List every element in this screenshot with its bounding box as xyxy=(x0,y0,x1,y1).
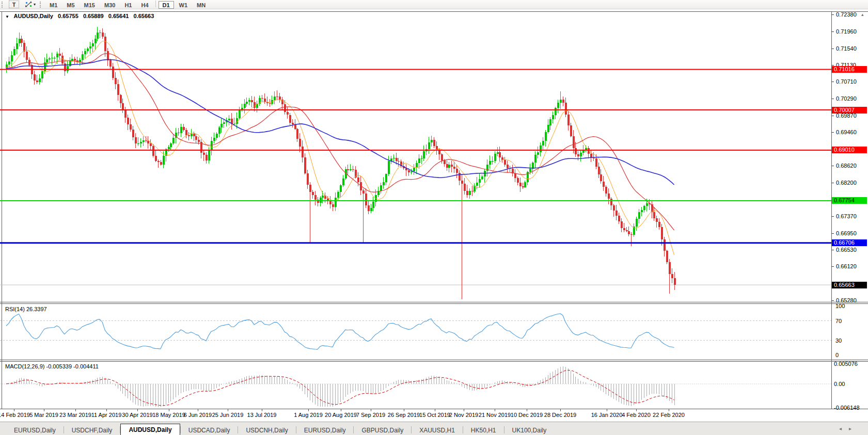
price-level-label: 0.66706 xyxy=(832,239,867,246)
date-tick-mark xyxy=(636,409,637,411)
tab-hk50-h1[interactable]: HK50,H1 xyxy=(463,426,504,435)
date-tick-mark xyxy=(262,409,262,411)
price-level-label: 0.67754 xyxy=(832,197,867,204)
rsi-axis-label: 100 xyxy=(835,303,845,309)
pointer-tool-button[interactable]: ▾ xyxy=(22,1,38,8)
rsi-pane-border-bottom xyxy=(0,360,868,360)
tab-gbpusd-daily[interactable]: GBPUSD,Daily xyxy=(354,426,411,435)
price-tick-mark xyxy=(831,14,834,15)
date-tick-mark xyxy=(404,409,404,411)
price-tick-label: 0.71960 xyxy=(836,28,857,35)
date-label: 11 Apr 2019 xyxy=(91,412,122,418)
chart-symbol-label: AUDUSD,Daily xyxy=(14,13,53,19)
tab-scroll-arrows: ◂▸ xyxy=(839,426,859,431)
date-tick-mark xyxy=(44,409,44,411)
tab-usdchf-daily[interactable]: USDCHF,Daily xyxy=(64,426,120,435)
tab-audusd-daily[interactable]: AUDUSD,Daily xyxy=(120,424,180,435)
pointer-tool-icon xyxy=(25,1,33,8)
chart-title: ▼ AUDUSD,Daily 0.65755 0.65889 0.65641 0… xyxy=(5,13,154,19)
date-tick-mark xyxy=(75,409,76,411)
high-value: 0.65889 xyxy=(83,13,104,19)
macd-axis-label: -0.006148 xyxy=(834,405,860,411)
tab-scroll-right-icon[interactable]: ▸ xyxy=(849,426,859,431)
tab-eurusd-daily[interactable]: EURUSD,Daily xyxy=(6,426,64,435)
price-tick-mark xyxy=(831,300,834,301)
timeframe-button-H4[interactable]: H4 xyxy=(137,1,152,9)
price-tick-label: 0.66120 xyxy=(836,263,857,269)
date-label: 2 Nov 2019 xyxy=(449,412,478,418)
price-level-label: 0.69010 xyxy=(832,147,867,153)
macd-pane[interactable] xyxy=(0,362,831,409)
date-label: 26 Sep 2019 xyxy=(388,412,420,418)
low-value: 0.65641 xyxy=(108,13,129,19)
current-price-label: 0.65663 xyxy=(832,282,867,288)
toolbar-grip[interactable] xyxy=(2,2,4,8)
date-label: 25 Jun 2019 xyxy=(212,412,244,418)
rsi-axis-label: 70 xyxy=(835,318,842,324)
date-tick-mark xyxy=(169,409,169,411)
rsi-axis-label: 0 xyxy=(835,352,839,358)
price-tick-mark xyxy=(831,82,834,82)
date-label: 14 Feb 2019 xyxy=(0,412,30,418)
date-tick-mark xyxy=(14,409,14,411)
date-tick-mark xyxy=(137,409,138,411)
collapse-ohlc-icon[interactable]: ▼ xyxy=(5,14,9,19)
date-tick-mark xyxy=(669,409,669,411)
macd-pane-border-bottom xyxy=(0,409,868,409)
macd-axis-label: 0.00 xyxy=(834,381,845,387)
date-tick-mark xyxy=(341,409,341,411)
date-label: 20 Aug 2019 xyxy=(325,412,357,418)
price-tick-label: 0.67370 xyxy=(836,213,857,219)
rsi-pane[interactable] xyxy=(0,304,831,360)
tab-eurusd-daily[interactable]: EURUSD,Daily xyxy=(296,426,354,435)
price-tick-label: 0.68620 xyxy=(836,163,857,169)
date-tick-mark xyxy=(435,409,435,411)
top-toolbar: T ▾ M1M5M15M30H1H4D1W1MN xyxy=(0,0,868,9)
price-tick-mark xyxy=(831,116,834,116)
date-label: 16 Jan 2020 xyxy=(591,412,623,418)
date-tick-mark xyxy=(308,409,309,411)
date-label: 15 Oct 2019 xyxy=(419,412,450,418)
main-pane-border-bottom xyxy=(0,302,868,302)
date-label: 28 Dec 2019 xyxy=(544,412,576,418)
timeframe-button-D1[interactable]: D1 xyxy=(159,1,174,9)
date-label: 23 Mar 2019 xyxy=(59,412,91,418)
price-level-label: 0.71016 xyxy=(832,66,867,73)
tab-scroll-left-icon[interactable]: ◂ xyxy=(839,426,849,431)
date-tick-mark xyxy=(371,409,371,411)
open-value: 0.65755 xyxy=(58,13,78,19)
price-tick-mark xyxy=(831,31,834,32)
date-tick-mark xyxy=(527,409,527,411)
price-tick-label: 0.66950 xyxy=(836,230,857,236)
date-label: 18 May 2019 xyxy=(152,412,185,418)
timeframe-button-M15[interactable]: M15 xyxy=(80,1,99,9)
date-tick-mark xyxy=(106,409,107,411)
timeframe-button-W1[interactable]: W1 xyxy=(175,1,192,9)
date-label: 13 Jul 2019 xyxy=(247,412,277,418)
text-tool-button[interactable]: T xyxy=(9,1,19,8)
price-level-label: 0.70007 xyxy=(832,107,867,114)
timeframe-button-MN[interactable]: MN xyxy=(193,1,210,9)
tab-xauusd-h1[interactable]: XAUUSD,H1 xyxy=(412,426,463,435)
timeframe-button-H1[interactable]: H1 xyxy=(120,1,136,9)
price-tick-mark xyxy=(831,250,834,250)
timeframe-button-M1[interactable]: M1 xyxy=(45,1,61,9)
timeframe-button-M30[interactable]: M30 xyxy=(100,1,119,9)
timeframe-buttons: M1M5M15M30H1H4D1W1MN xyxy=(45,0,210,9)
toolbar-grip[interactable] xyxy=(40,2,42,8)
main-chart[interactable] xyxy=(0,12,831,302)
price-tick-label: 0.68200 xyxy=(836,180,857,186)
timeframe-button-M5[interactable]: M5 xyxy=(62,1,78,9)
price-tick-label: 0.66530 xyxy=(836,247,857,253)
date-tick-mark xyxy=(464,409,464,411)
date-label: 10 Dec 2019 xyxy=(511,412,543,418)
tab-usdcnh-daily[interactable]: USDCNH,Daily xyxy=(238,426,295,435)
chevron-down-icon[interactable]: ▾ xyxy=(34,2,36,7)
price-tick-label: 0.72380 xyxy=(836,11,857,18)
axis-scroll-icon[interactable]: ▴ xyxy=(861,12,864,17)
price-tick-label: 0.70710 xyxy=(836,78,857,85)
price-tick-mark xyxy=(831,166,834,166)
tab-uk100-daily[interactable]: UK100,Daily xyxy=(504,426,555,435)
tab-usdcad-daily[interactable]: USDCAD,Daily xyxy=(181,426,238,435)
date-label: 5 Mar 2019 xyxy=(29,412,58,418)
